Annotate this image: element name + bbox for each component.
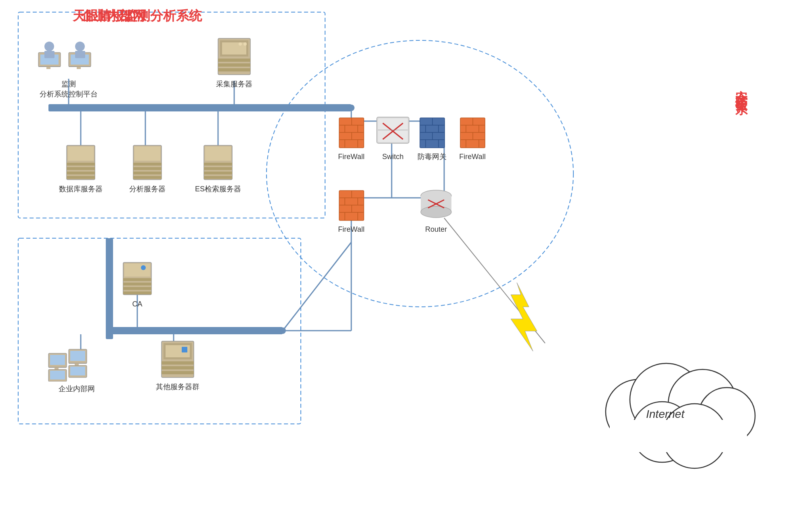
svg-rect-135 (55, 367, 59, 369)
svg-point-47 (75, 42, 85, 51)
collection-server: 采集服务器 (210, 36, 258, 89)
svg-rect-40 (46, 67, 50, 69)
svg-point-122 (421, 206, 451, 218)
antivirus-gateway: 防毒网关 (412, 117, 452, 162)
enterprise-title: 企业内部网 (81, 7, 145, 25)
svg-rect-130 (123, 291, 151, 294)
svg-rect-36 (610, 420, 747, 452)
svg-rect-3 (48, 104, 351, 111)
svg-rect-149 (162, 371, 194, 374)
firewall1-label: FireWall (338, 152, 364, 162)
diagram-container: 天眼情报监测分析系统 企业内部网 安全防护体系 监测分析系统控制平台 (0, 0, 812, 520)
svg-rect-133 (50, 355, 65, 365)
svg-rect-150 (182, 347, 187, 352)
db-server-label: 数据库服务器 (59, 184, 103, 194)
svg-rect-127 (123, 278, 151, 281)
db-server: 数据库服务器 (57, 143, 105, 194)
svg-point-19 (279, 327, 286, 334)
svg-rect-71 (204, 163, 232, 166)
svg-rect-129 (123, 287, 151, 290)
svg-rect-66 (133, 167, 162, 170)
svg-rect-42 (44, 51, 55, 58)
switch: Switch (371, 113, 415, 162)
svg-rect-143 (70, 367, 85, 375)
firewall3-label: FireWall (338, 224, 364, 235)
svg-marker-29 (511, 283, 537, 351)
svg-rect-139 (75, 363, 79, 365)
svg-rect-147 (162, 361, 194, 365)
svg-rect-60 (67, 167, 95, 170)
svg-rect-62 (67, 176, 95, 179)
svg-rect-59 (67, 163, 95, 166)
svg-rect-137 (70, 351, 85, 361)
diagram-lines (0, 0, 812, 520)
svg-rect-18 (109, 327, 283, 334)
analysis-server-label: 分析服务器 (129, 184, 166, 194)
svg-rect-73 (204, 172, 232, 174)
svg-point-32 (668, 369, 737, 438)
monitor-platform-label: 监测分析系统控制平台 (40, 79, 98, 99)
svg-rect-64 (134, 147, 160, 161)
firewall3: FireWall (331, 190, 371, 235)
other-servers-label: 其他服务器群 (156, 382, 199, 392)
svg-rect-52 (218, 59, 250, 62)
svg-rect-23 (106, 238, 113, 339)
svg-rect-68 (133, 176, 162, 179)
antivirus-gateway-label: 防毒网关 (418, 152, 447, 162)
svg-rect-48 (75, 51, 85, 58)
svg-rect-141 (50, 371, 65, 380)
svg-rect-72 (204, 167, 232, 170)
svg-rect-53 (218, 63, 250, 67)
es-server: ES检索服务器 (190, 143, 246, 194)
svg-rect-61 (67, 172, 95, 174)
svg-point-55 (239, 42, 242, 46)
collection-server-label: 采集服务器 (216, 79, 252, 89)
svg-rect-58 (68, 147, 94, 161)
monitor-platform: 监测分析系统控制平台 (32, 32, 105, 99)
svg-point-4 (348, 105, 355, 111)
other-servers: 其他服务器群 (149, 339, 206, 392)
ca-server: CA (113, 260, 162, 309)
svg-point-131 (141, 265, 146, 270)
enterprise-intranet-label: 企业内部网 (59, 384, 95, 394)
router-label: Router (425, 224, 447, 235)
enterprise-intranet: 企业内部网 (40, 341, 113, 394)
svg-rect-65 (133, 163, 162, 166)
analysis-server: 分析服务器 (123, 143, 172, 194)
svg-rect-128 (123, 283, 151, 285)
firewall1: FireWall (331, 117, 371, 162)
svg-rect-67 (133, 172, 162, 174)
router: Router (416, 188, 456, 235)
svg-rect-70 (205, 147, 231, 161)
svg-rect-51 (222, 42, 246, 55)
svg-rect-74 (204, 176, 232, 179)
firewall2-label: FireWall (459, 152, 485, 162)
security-title: 安全防护体系 (733, 81, 749, 95)
svg-point-41 (44, 42, 54, 51)
svg-line-24 (283, 242, 351, 331)
switch-label: Switch (382, 152, 403, 162)
es-server-label: ES检索服务器 (195, 184, 241, 194)
svg-point-2 (266, 40, 573, 307)
svg-line-28 (444, 218, 545, 343)
ca-label: CA (132, 299, 142, 309)
svg-rect-148 (162, 366, 194, 369)
svg-point-31 (630, 363, 703, 436)
firewall2: FireWall (452, 117, 493, 162)
svg-point-33 (699, 388, 755, 444)
internet-label: Internet (646, 408, 684, 421)
svg-rect-46 (77, 67, 81, 69)
svg-point-56 (243, 42, 247, 46)
svg-rect-126 (124, 264, 150, 277)
svg-rect-54 (218, 68, 250, 71)
